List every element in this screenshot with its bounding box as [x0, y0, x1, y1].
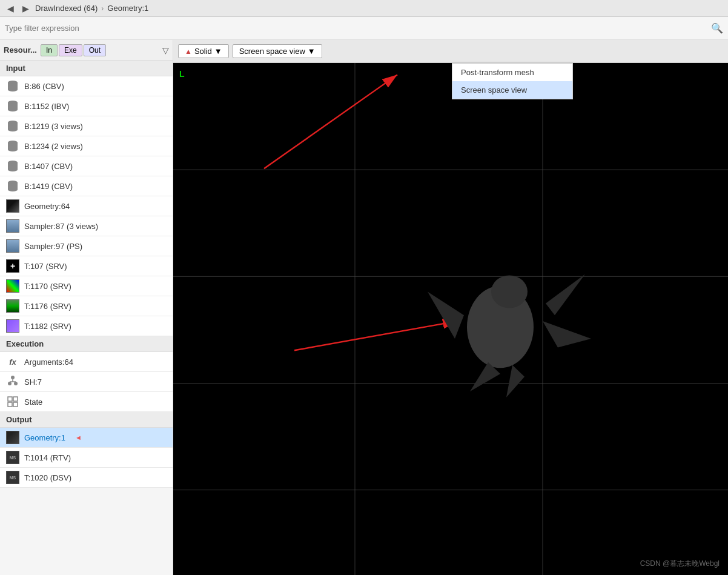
svg-marker-69: [506, 365, 524, 397]
resource-tabs: Resour... In Exe Out ▽: [0, 40, 173, 61]
list-item[interactable]: T:1182 (SRV): [0, 316, 173, 336]
list-item-t1020[interactable]: MS T:1020 (DSV): [0, 468, 173, 488]
breadcrumb-current: Geometry:1: [107, 4, 148, 13]
list-item[interactable]: B:1219 (3 views): [0, 116, 173, 136]
item-label: B:86 (CBV): [24, 82, 64, 91]
svg-point-20: [8, 128, 18, 131]
solid-icon: ▲: [185, 47, 192, 56]
list-item[interactable]: SH:7: [0, 372, 173, 392]
menu-item-screen-space[interactable]: Screen space view: [452, 81, 572, 99]
tab-in[interactable]: In: [41, 44, 58, 56]
t1020-label: T:1020 (DSV): [24, 473, 71, 482]
svg-marker-66: [546, 274, 585, 315]
item-label: Sampler:97 (PS): [24, 242, 82, 251]
list-item[interactable]: Sampler:87 (3 views): [0, 216, 173, 236]
db-icon: [6, 179, 19, 193]
svg-marker-68: [470, 362, 500, 391]
resource-label: Resour...: [4, 45, 37, 55]
svg-point-6: [8, 88, 18, 91]
list-item[interactable]: T:107 (SRV): [0, 256, 173, 276]
section-input: Input: [0, 61, 173, 76]
item-label: B:1407 (CBV): [24, 162, 73, 171]
item-label: SH:7: [24, 377, 42, 387]
item-label: B:1234 (2 views): [24, 142, 83, 151]
svg-point-41: [8, 188, 18, 191]
svg-point-13: [8, 108, 18, 111]
dropdown-menu: Post-transform mesh Screen space view: [452, 63, 573, 99]
svg-point-34: [8, 168, 18, 171]
sampler-icon: [6, 219, 19, 233]
list-item[interactable]: T:1176 (SRV): [0, 296, 173, 316]
t1014-label: T:1014 (RTV): [24, 453, 71, 462]
right-panel: ▲ Solid ▼ Screen space view ▼ Post-trans…: [173, 40, 728, 575]
list-item-t1014[interactable]: MS T:1014 (RTV): [0, 448, 173, 468]
fx-icon: fx: [6, 355, 19, 368]
svg-point-63: [467, 286, 534, 368]
list-item[interactable]: B:1234 (2 views): [0, 136, 173, 156]
filter-bar: 🔍: [0, 17, 728, 40]
svg-point-64: [491, 275, 528, 308]
forward-button[interactable]: ▶: [20, 2, 31, 15]
arrow-indicator: ◄: [75, 434, 82, 441]
left-panel: Resour... In Exe Out ▽ Input B:86 (CBV) …: [0, 40, 173, 575]
tab-out[interactable]: Out: [84, 44, 106, 56]
dropdown-chevron-icon: ▼: [308, 47, 316, 56]
solid-button[interactable]: ▲ Solid ▼: [178, 44, 229, 58]
t1170-icon: [6, 279, 19, 293]
t107-icon: [6, 259, 19, 273]
item-label: Arguments:64: [24, 357, 73, 367]
geometry1-label: Geometry:1: [24, 433, 65, 442]
db-icon: [6, 139, 19, 153]
solid-label: Solid: [194, 47, 212, 56]
t1176-icon: [6, 299, 19, 313]
list-item-geometry1[interactable]: Geometry:1 ◄: [0, 428, 173, 448]
svg-marker-67: [543, 321, 591, 348]
tab-exe[interactable]: Exe: [59, 44, 82, 56]
list-item[interactable]: Sampler:97 (PS): [0, 236, 173, 256]
filter-icon-button[interactable]: ▽: [162, 45, 169, 55]
list-item[interactable]: T:1170 (SRV): [0, 276, 173, 296]
svg-point-42: [11, 376, 15, 379]
list-item-state[interactable]: State: [0, 392, 173, 412]
viewport-svg-overlay: [173, 63, 728, 575]
svg-line-62: [294, 321, 458, 350]
item-label: B:1219 (3 views): [24, 122, 83, 131]
list-item[interactable]: B:1407 (CBV): [0, 156, 173, 176]
screen-space-view-button[interactable]: Screen space view ▼: [233, 44, 322, 58]
svg-point-27: [8, 148, 18, 151]
list-item[interactable]: Geometry:64: [0, 196, 173, 216]
db-icon: [6, 159, 19, 173]
list-item[interactable]: fx Arguments:64: [0, 352, 173, 372]
geometry-icon: [6, 199, 19, 213]
svg-rect-53: [13, 402, 18, 407]
item-label: Geometry:64: [24, 202, 70, 211]
t1020-icon: MS: [6, 471, 19, 484]
section-output: Output: [0, 412, 173, 428]
db-icon: [6, 99, 19, 113]
item-label: T:1182 (SRV): [24, 322, 71, 331]
db-icon: [6, 119, 19, 133]
section-execution: Execution: [0, 336, 173, 352]
item-label: B:1152 (IBV): [24, 102, 69, 111]
search-button[interactable]: 🔍: [711, 22, 723, 34]
item-label: T:1176 (SRV): [24, 302, 71, 311]
viewport-toolbar: ▲ Solid ▼ Screen space view ▼: [173, 40, 728, 63]
viewport-canvas: L: [173, 63, 728, 575]
t1014-icon: MS: [6, 451, 19, 464]
svg-rect-52: [8, 402, 12, 407]
svg-line-61: [264, 75, 397, 168]
tree-icon: [6, 375, 19, 388]
svg-rect-51: [13, 397, 18, 401]
list-item[interactable]: B:1419 (CBV): [0, 176, 173, 196]
filter-input[interactable]: [5, 24, 709, 33]
db-icon: [6, 79, 19, 93]
geometry1-icon: [6, 431, 19, 444]
watermark: CSDN @暮志未晚Webgl: [640, 559, 720, 569]
main-layout: Resour... In Exe Out ▽ Input B:86 (CBV) …: [0, 40, 728, 575]
state-label: State: [24, 397, 42, 407]
item-label: B:1419 (CBV): [24, 182, 73, 191]
menu-item-post-transform[interactable]: Post-transform mesh: [452, 64, 572, 81]
list-item[interactable]: B:1152 (IBV): [0, 96, 173, 116]
back-button[interactable]: ◀: [5, 2, 16, 15]
list-item[interactable]: B:86 (CBV): [0, 76, 173, 96]
